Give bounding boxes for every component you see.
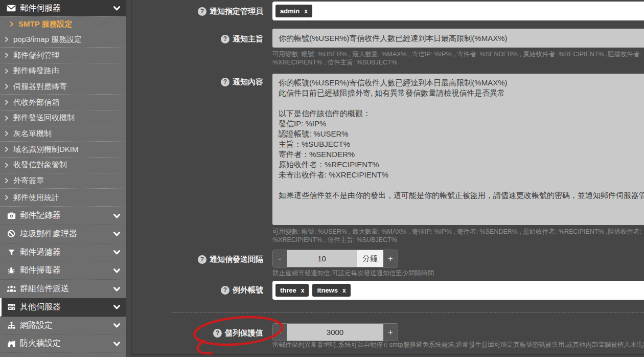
tag-admin[interactable]: admin x	[275, 5, 312, 17]
sidebar-item-mail-queue[interactable]: 郵件儲列管理	[0, 48, 126, 63]
exception-accounts-input[interactable]: three x itnews x	[272, 281, 644, 300]
sidebar-item-mail-routing[interactable]: 郵件轉發路由	[0, 63, 126, 79]
exception-accounts-label-row: ? 例外帳號	[141, 285, 263, 295]
sidebar-section-other-servers[interactable]: 其他伺服器	[0, 298, 126, 317]
tag-label: three	[280, 286, 296, 294]
sidebar-section-label: 郵件伺服器	[20, 3, 61, 14]
sitemap-icon	[6, 321, 16, 329]
tag-remove-icon[interactable]: x	[342, 287, 346, 294]
field-label: 儲列保護值	[225, 328, 263, 338]
queue-protection-label-row: ? 儲列保護值	[141, 328, 263, 338]
sidebar-item-label: 域名識別機制DKIM	[13, 145, 79, 154]
decrement-button[interactable]: -	[273, 324, 287, 341]
ban-icon	[6, 230, 16, 238]
section-divider	[172, 313, 644, 313]
sidebar-section-network-settings[interactable]: 網路設定	[0, 317, 126, 335]
chevron-right-icon	[4, 162, 9, 168]
server-icon	[6, 303, 16, 311]
sidebar-section-antivirus[interactable]: 郵件掃毒器	[0, 261, 126, 280]
notify-subject-input[interactable]: 你的帳號(%USER%)寄信收件人數已經達到本日最高限制(%MAX%)	[272, 29, 644, 48]
notify-content-textarea[interactable]: 你的帳號(%USER%)寄信收件人數已經達到本日最高限制(%MAX%) 此信件目…	[272, 74, 644, 225]
users-icon	[6, 285, 16, 293]
help-icon[interactable]: ?	[221, 78, 229, 86]
sidebar-section-label: 郵件記錄器	[20, 210, 61, 221]
sidebar-section-mail-logger[interactable]: 郵件記錄器	[0, 207, 126, 225]
chevron-down-icon	[112, 249, 121, 256]
tag-label: admin	[280, 7, 300, 15]
help-icon[interactable]: ?	[221, 35, 229, 43]
chevron-right-icon	[4, 130, 9, 137]
sidebar-item-send-receive-control[interactable]: 收發信對象管制	[0, 158, 126, 173]
sidebar-item-label: pop3/imap 服務設定	[13, 35, 82, 44]
sidebar-section-mail-filter[interactable]: 郵件過濾器	[0, 243, 126, 262]
sidebar-item-greylist[interactable]: 灰名單機制	[0, 126, 126, 142]
notify-content-label-row: ? 通知內容	[141, 77, 263, 87]
sidebar-item-label: 灰名單機制	[13, 129, 52, 139]
increment-button[interactable]: +	[383, 324, 398, 341]
sidebar-section-firewall-settings[interactable]: 防火牆設定	[0, 334, 126, 353]
chevron-right-icon	[4, 146, 9, 152]
filter-icon	[6, 249, 16, 256]
tag-remove-icon[interactable]: x	[304, 8, 308, 15]
chevron-right-icon	[4, 194, 9, 200]
sidebar-section-partial[interactable]	[0, 353, 126, 357]
sidebar-item-label: 外寄簽章	[13, 176, 44, 186]
interval-hint: 防止連續寄發通知信,可設定每次發送通知信至少間隔時間	[272, 270, 644, 278]
sidebar-item-label: 郵件儲列管理	[13, 51, 59, 60]
sidebar-item-dkim[interactable]: 域名識別機制DKIM	[0, 142, 126, 158]
queue-protection-value[interactable]: 3000	[287, 324, 383, 341]
interval-value[interactable]: 10	[287, 250, 357, 267]
help-icon[interactable]: ?	[213, 329, 222, 338]
sidebar-item-outgoing-signature[interactable]: 外寄簽章	[0, 173, 126, 189]
chevron-down-icon	[112, 285, 121, 293]
sidebar-section-label: 垃圾郵件處理器	[20, 229, 77, 239]
help-icon[interactable]: ?	[198, 255, 206, 264]
tag-remove-icon[interactable]: x	[301, 287, 305, 294]
decrement-button[interactable]: -	[273, 250, 287, 267]
tag-three[interactable]: three x	[275, 284, 309, 297]
sidebar-section-label: 防火牆設定	[20, 338, 61, 349]
notify-interval-label-row: ? 通知信發送間隔	[141, 254, 263, 264]
sidebar-item-usage-stats[interactable]: 郵件使用統計	[0, 189, 126, 207]
sidebar-item-label: 收發信對象管制	[13, 160, 67, 170]
tag-label: itnews	[317, 286, 337, 294]
variables-hint: 可用變數: 帳號: %USER% , 最大數量: %MAX% , 寄信IP: %…	[272, 228, 644, 244]
castle-icon	[6, 340, 16, 348]
sidebar-item-label: SMTP 服務設定	[18, 19, 73, 29]
chevron-right-icon	[4, 99, 9, 105]
sidebar-item-server-forwarding[interactable]: 伺服器對應轉寄	[0, 79, 126, 95]
sidebar-item-label: 郵件使用統計	[13, 193, 59, 203]
sidebar-item-pop3-imap-settings[interactable]: pop3/imap 服務設定	[0, 32, 126, 48]
sidebar-section-label: 郵件過濾器	[20, 247, 61, 258]
queue-protection-stepper: - 3000 +	[272, 323, 398, 341]
notify-admins-label-row: ? 通知指定管理員	[141, 6, 263, 16]
increment-button[interactable]: +	[383, 250, 398, 267]
chevron-right-icon	[4, 83, 9, 90]
sidebar-section-mail-server[interactable]: 郵件伺服器	[0, 0, 126, 16]
sidebar-section-group-delivery[interactable]: 群組信件派送	[0, 280, 126, 298]
field-label: 通知指定管理員	[210, 6, 263, 16]
chevron-right-icon	[4, 36, 9, 42]
help-icon[interactable]: ?	[221, 286, 229, 295]
sidebar-item-smtp-settings[interactable]: SMTP 服務設定	[0, 16, 126, 32]
sidebar-section-label: 郵件掃毒器	[20, 265, 61, 276]
chevron-down-icon	[112, 340, 121, 347]
chevron-down-icon	[112, 230, 121, 237]
sidebar-section-spam-processor[interactable]: 垃圾郵件處理器	[0, 225, 126, 243]
tag-itnews[interactable]: itnews x	[312, 284, 350, 297]
sidebar-item-label: 郵件轉發路由	[13, 66, 59, 76]
chevron-down-icon	[112, 5, 121, 12]
notify-subject-label-row: ? 通知主旨	[141, 34, 263, 44]
chevron-right-icon	[4, 177, 9, 184]
chevron-down-icon	[112, 267, 121, 274]
sidebar-item-external-mailbox[interactable]: 代收外部信箱	[0, 95, 126, 110]
chevron-right-icon	[9, 21, 14, 27]
chevron-down-icon	[112, 322, 121, 329]
notify-admins-input[interactable]: admin x	[272, 2, 644, 20]
sidebar-item-send-recycle[interactable]: 郵件發送回收機制	[0, 110, 126, 126]
help-icon[interactable]: ?	[198, 7, 206, 16]
field-label: 例外帳號	[233, 285, 263, 295]
smtp-settings-page: { "colors": { "sidebar_bg": "#6e6e6e", "…	[0, 0, 644, 357]
sidebar-section-label: 網路設定	[20, 320, 53, 331]
chevron-down-icon	[112, 212, 121, 219]
